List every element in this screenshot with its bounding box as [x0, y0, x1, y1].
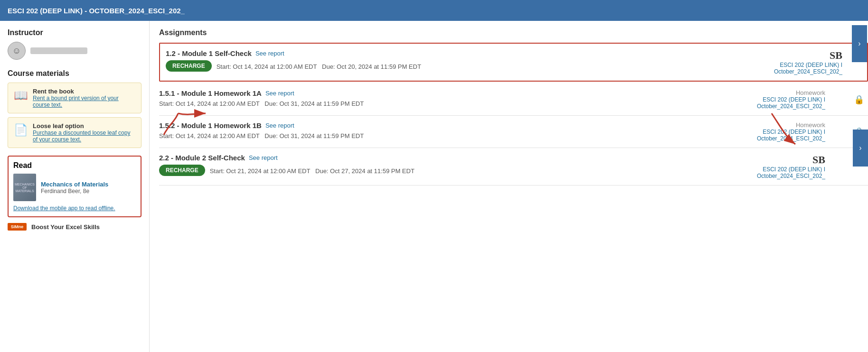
- boost-title: Boost Your Excel Skills: [31, 223, 100, 231]
- assignment-right-1: SB ESCI 202 (DEEP LINK) I October_2024_E…: [757, 49, 861, 75]
- course-line1-4[interactable]: ESCI 202 (DEEP LINK) I: [740, 166, 825, 173]
- assignments-title: Assignments: [159, 28, 868, 37]
- assignment-title-1: 1.2 - Module 1 Self-Check: [166, 49, 252, 57]
- sb-badge-1: SB: [757, 49, 842, 62]
- main-content: Assignments 1.2 - Module 1 Self-Check Se…: [150, 21, 868, 352]
- course-line1-1[interactable]: ESCI 202 (DEEP LINK) I: [757, 62, 842, 68]
- assignment-right-2: Homework ESCI 202 (DEEP LINK) I October_…: [740, 89, 844, 110]
- download-link[interactable]: Download the mobile app to read offline.: [13, 205, 136, 212]
- assignment-row-2: 1.5.1 - Module 1 Homework 1A See report …: [159, 83, 868, 116]
- assignment-row-1: 1.2 - Module 1 Self-Check See report REC…: [159, 43, 868, 82]
- course-line1-3[interactable]: ESCI 202 (DEEP LINK) I: [740, 129, 825, 135]
- see-report-link-1[interactable]: See report: [255, 50, 284, 57]
- book-thumb-inner: MECHANICS OF MATERIALS: [13, 174, 36, 201]
- rent-book-card[interactable]: 📖 Rent the book Rent a bound print versi…: [8, 83, 142, 113]
- sidebar: Instructor ☺ Course materials 📖 Rent the…: [0, 21, 150, 352]
- assignment-type-2: Homework: [740, 89, 825, 96]
- header-title: ESCI 202 (DEEP LINK) - OCTOBER_2024_ESCI…: [8, 7, 185, 15]
- assignment-row-4: 2.2 - Module 2 Self-Check See report REC…: [159, 148, 868, 185]
- assignment-title-row-4: 2.2 - Module 2 Self-Check See report: [159, 154, 740, 162]
- assignment-dates-1: Start: Oct 14, 2024 at 12:00 AM EDT Due:…: [217, 63, 421, 70]
- assignment-action-row-4: RECHARGE Start: Oct 21, 2024 at 12:00 AM…: [159, 165, 740, 176]
- assignment-title-4: 2.2 - Module 2 Self-Check: [159, 154, 245, 162]
- instructor-section-title: Instructor: [8, 28, 142, 37]
- recharge-button-1[interactable]: RECHARGE: [166, 60, 212, 72]
- assignment-dates-2: Start: Oct 14, 2024 at 12:00 AM EDT Due:…: [159, 100, 740, 107]
- page-header: ESCI 202 (DEEP LINK) - OCTOBER_2024_ESCI…: [0, 0, 868, 21]
- loose-leaf-card[interactable]: 📄 Loose leaf option Purchase a discounte…: [8, 117, 142, 148]
- assignment-right-3: Homework ESCI 202 (DEEP LINK) I October_…: [740, 121, 844, 142]
- course-materials-section: Course materials 📖 Rent the book Rent a …: [8, 69, 142, 148]
- sb-badge-4: SB: [740, 154, 825, 166]
- assignment-dates-3: Start: Oct 14, 2024 at 12:00 AM EDT Due:…: [159, 132, 740, 139]
- assignment-left-4: 2.2 - Module 2 Self-Check See report REC…: [159, 154, 740, 176]
- avatar: ☺: [8, 42, 26, 60]
- course-materials-title: Course materials: [8, 69, 142, 78]
- recharge-button-4[interactable]: RECHARGE: [159, 165, 205, 176]
- simnet-logo: SIMne: [8, 223, 27, 231]
- assignment-title-row-3: 1.5.2 - Module 1 Homework 1B See report: [159, 121, 740, 130]
- read-section: Read MECHANICS OF MATERIALS Mechanics of…: [8, 156, 142, 217]
- rent-book-link[interactable]: Rent a bound print version of your cours…: [33, 95, 135, 108]
- instructor-area: ☺: [8, 42, 142, 60]
- loose-leaf-title: Loose leaf option: [33, 122, 135, 130]
- book-title[interactable]: Mechanics of Materials: [41, 181, 108, 188]
- book-icon: 📖: [14, 89, 28, 102]
- instructor-name-placeholder: [30, 47, 87, 54]
- book-info: Mechanics of Materials Ferdinand Beer, 8…: [41, 181, 108, 195]
- book-author: Ferdinand Beer, 8e: [41, 188, 108, 195]
- course-line2-2[interactable]: October_2024_ESCI_202_: [740, 103, 825, 110]
- assignment-row-3: 1.5.2 - Module 1 Homework 1B See report …: [159, 116, 868, 148]
- assignment-action-row-1: RECHARGE Start: Oct 14, 2024 at 12:00 AM…: [166, 60, 757, 72]
- assignment-left-1: 1.2 - Module 1 Self-Check See report REC…: [166, 49, 757, 72]
- assignment-title-2: 1.5.1 - Module 1 Homework 1A: [159, 89, 262, 97]
- assignment-left-3: 1.5.2 - Module 1 Homework 1B See report …: [159, 121, 740, 139]
- assignment-dates-4: Start: Oct 21, 2024 at 12:00 AM EDT Due:…: [210, 167, 415, 175]
- nav-arrow-4[interactable]: ›: [853, 130, 868, 167]
- loose-leaf-info: Loose leaf option Purchase a discounted …: [33, 122, 135, 143]
- rent-book-title: Rent the book: [33, 88, 135, 95]
- rent-book-info: Rent the book Rent a bound print version…: [33, 88, 135, 108]
- see-report-link-2[interactable]: See report: [265, 90, 294, 97]
- book-item[interactable]: MECHANICS OF MATERIALS Mechanics of Mate…: [13, 174, 136, 201]
- assignment-type-3: Homework: [740, 121, 825, 129]
- read-section-title: Read: [13, 161, 136, 170]
- book-thumbnail: MECHANICS OF MATERIALS: [13, 174, 36, 201]
- assignment-title-row-2: 1.5.1 - Module 1 Homework 1A See report: [159, 89, 740, 97]
- course-line2-1[interactable]: October_2024_ESCI_202_: [757, 68, 842, 75]
- course-line2-4[interactable]: October_2024_ESCI_202_: [740, 173, 825, 179]
- course-line1-2[interactable]: ESCI 202 (DEEP LINK) I: [740, 96, 825, 103]
- nav-arrow-1[interactable]: ›: [852, 25, 867, 62]
- loose-leaf-link[interactable]: Purchase a discounted loose leaf copy of…: [33, 130, 135, 143]
- course-line2-3[interactable]: October_2024_ESCI_202_: [740, 135, 825, 142]
- see-report-link-4[interactable]: See report: [249, 154, 278, 161]
- assignment-title-3: 1.5.2 - Module 1 Homework 1B: [159, 121, 262, 130]
- lock-icon-2: 🔒: [854, 94, 864, 105]
- assignment-left-2: 1.5.1 - Module 1 Homework 1A See report …: [159, 89, 740, 107]
- assignment-right-4: SB ESCI 202 (DEEP LINK) I October_2024_E…: [740, 154, 844, 179]
- boost-item[interactable]: SIMne Boost Your Excel Skills: [8, 223, 142, 231]
- pages-icon: 📄: [14, 123, 28, 137]
- see-report-link-3[interactable]: See report: [265, 122, 294, 129]
- assignment-title-row-1: 1.2 - Module 1 Self-Check See report: [166, 49, 757, 57]
